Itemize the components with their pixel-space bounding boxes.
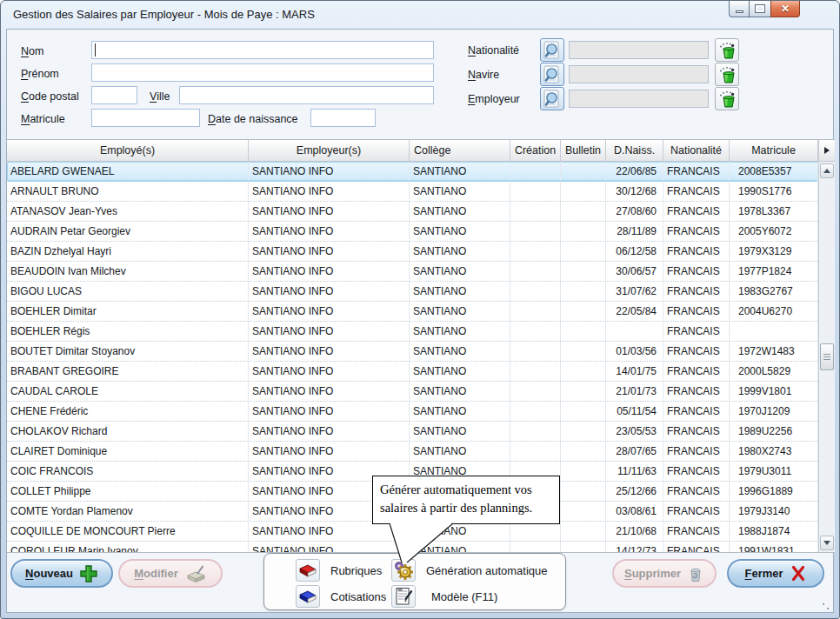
cell-employe: CLAIRET Dominique	[7, 442, 249, 461]
col-header-dnaiss[interactable]: D.Naiss.	[606, 140, 663, 161]
ville-input[interactable]	[179, 86, 434, 104]
cell-creation	[510, 202, 561, 221]
rubriques-button[interactable]	[296, 559, 320, 582]
table-row[interactable]: BRABANT GREGOIRESANTIANO INFOSANTIANO14/…	[7, 362, 818, 382]
table-row[interactable]: COROLLEUR Marin IvanovSANTIANO INFOSANTI…	[7, 542, 818, 552]
table-row[interactable]: BEAUDOIN Ivan MilchevSANTIANO INFOSANTIA…	[7, 262, 818, 282]
employeur-search-button[interactable]	[540, 87, 564, 110]
cell-employe: COLLET Philippe	[7, 482, 249, 501]
cell-nationalite: FRANCAIS	[663, 282, 730, 301]
table-header: Employé(s) Employeur(s) Collège Création…	[7, 140, 818, 162]
cell-dnaiss: 21/10/68	[606, 522, 663, 541]
table-row[interactable]: ARNAULT BRUNOSANTIANO INFOSANTIANO30/12/…	[7, 182, 818, 202]
rubriques-label[interactable]: Rubriques	[330, 564, 382, 577]
date-naissance-input[interactable]	[310, 109, 376, 127]
table-row[interactable]: CHENE FrédéricSANTIANO INFOSANTIANO05/11…	[7, 402, 818, 422]
titlebar[interactable]: Gestion des Salaires par Employeur - Moi…	[1, 1, 839, 29]
col-header-creation[interactable]: Création	[510, 140, 561, 161]
table-row[interactable]: BIGOU LUCASSANTIANO INFOSANTIANO31/07/62…	[7, 282, 818, 302]
search-icon	[543, 65, 561, 84]
navire-search-button[interactable]	[540, 63, 564, 86]
cell-bulletin	[561, 522, 606, 541]
navire-label: Navire	[468, 69, 499, 81]
employeur-clear-button[interactable]	[715, 87, 739, 110]
nom-input[interactable]	[91, 41, 434, 59]
nouveau-button[interactable]: Nouveau	[10, 559, 113, 588]
column-scroll-right-button[interactable]	[819, 140, 835, 162]
cell-creation	[510, 362, 561, 381]
cell-dnaiss: 06/12/58	[606, 242, 663, 261]
cell-nationalite: FRANCAIS	[663, 422, 730, 441]
table-row[interactable]: AUDRAIN Petar GeorgievSANTIANO INFOSANTI…	[7, 222, 818, 242]
cell-employeur: SANTIANO INFO	[249, 282, 410, 301]
cell-college: SANTIANO	[410, 282, 510, 301]
close-button[interactable]: ✕	[770, 1, 800, 17]
cell-bulletin	[561, 442, 606, 461]
cell-matricule: 1989U2256	[730, 422, 818, 441]
col-header-employeur[interactable]: Employeur(s)	[249, 140, 410, 161]
col-header-bulletin[interactable]: Bulletin	[561, 140, 606, 161]
modele-button[interactable]	[391, 585, 416, 608]
cell-employe: BEAUDOIN Ivan Milchev	[7, 262, 249, 281]
nationalite-clear-button[interactable]	[715, 38, 739, 62]
table-row[interactable]: ABELARD GWENAELSANTIANO INFOSANTIANO22/0…	[7, 162, 818, 182]
cell-matricule: 1972W1483	[730, 342, 818, 361]
cell-matricule: 2000L5829	[730, 362, 818, 381]
cell-nationalite: FRANCAIS	[663, 442, 730, 461]
col-header-matricule[interactable]: Matricule	[730, 140, 818, 161]
generation-tooltip: Générer automatiquement vos salaires à p…	[372, 476, 560, 524]
cotisations-label[interactable]: Cotisations	[330, 590, 386, 603]
generation-label[interactable]: Génération automatique	[426, 564, 547, 577]
table-row[interactable]: CHOLAKOV RichardSANTIANO INFOSANTIANO23/…	[7, 422, 818, 442]
col-header-college[interactable]: Collège	[410, 140, 510, 161]
generation-button[interactable]	[391, 559, 416, 582]
table-row[interactable]: CAUDAL CAROLESANTIANO INFOSANTIANO21/01/…	[7, 382, 818, 402]
resize-grip[interactable]	[820, 601, 829, 609]
cell-college: SANTIANO	[410, 262, 510, 281]
col-header-nationalite[interactable]: Nationalité	[663, 140, 730, 161]
table-row[interactable]: BAZIN Dzhelyal HayriSANTIANO INFOSANTIAN…	[7, 242, 818, 262]
table-row[interactable]: BOEHLER DimitarSANTIANO INFOSANTIANO22/0…	[7, 302, 818, 322]
code-postal-input[interactable]	[91, 86, 137, 104]
cell-nationalite: FRANCAIS	[663, 362, 730, 381]
nationalite-search-button[interactable]	[540, 38, 564, 62]
cell-bulletin	[561, 402, 606, 421]
table-row[interactable]: ATANASOV Jean-YvesSANTIANO INFOSANTIANO2…	[7, 202, 818, 222]
cell-bulletin	[561, 302, 606, 321]
supprimer-button[interactable]: Supprimer	[612, 559, 717, 588]
scrollbar-thumb[interactable]	[820, 343, 834, 370]
cell-employeur: SANTIANO INFO	[249, 542, 410, 552]
cell-nationalite: FRANCAIS	[663, 342, 730, 361]
cell-dnaiss: 22/05/84	[606, 302, 663, 321]
table-row[interactable]: COQUILLE DE MONCOURT PierreSANTIANO INFO…	[7, 522, 818, 542]
col-header-employe[interactable]: Employé(s)	[7, 140, 249, 161]
scroll-down-button[interactable]	[820, 536, 834, 550]
cell-dnaiss: 11/11/63	[606, 462, 663, 481]
fermer-button[interactable]: Fermer	[727, 559, 824, 588]
navire-clear-button[interactable]	[715, 63, 739, 86]
cotisations-button[interactable]	[296, 585, 320, 608]
nationalite-value	[569, 41, 709, 59]
modele-label[interactable]: Modèle (F11)	[431, 590, 497, 603]
search-icon	[543, 41, 561, 60]
navire-value	[569, 65, 709, 83]
prenom-input[interactable]	[91, 63, 434, 82]
table-row[interactable]: CLAIRET DominiqueSANTIANO INFOSANTIANO28…	[7, 442, 818, 462]
cell-bulletin	[561, 242, 606, 261]
minimize-button[interactable]	[729, 1, 750, 17]
cell-college: SANTIANO	[410, 162, 510, 181]
cell-bulletin	[561, 342, 606, 361]
modifier-button[interactable]: Modifier	[118, 559, 223, 588]
cell-dnaiss: 03/08/61	[606, 502, 663, 521]
matricule-input[interactable]	[91, 109, 200, 127]
cell-college: SANTIANO	[410, 302, 510, 321]
table-row[interactable]: BOEHLER RégisSANTIANO INFOSANTIANOFRANCA…	[7, 322, 818, 342]
scroll-up-button[interactable]	[820, 163, 834, 178]
cell-employeur: SANTIANO INFO	[249, 222, 410, 241]
app-window: Gestion des Salaires par Employeur - Moi…	[0, 0, 840, 619]
cell-employe: COQUILLE DE MONCOURT Pierre	[7, 522, 249, 541]
cell-matricule: 1996G1889	[730, 482, 818, 501]
maximize-button[interactable]	[750, 1, 770, 17]
maximize-icon	[756, 5, 764, 12]
table-row[interactable]: BOUTET Dimitar StoyanovSANTIANO INFOSANT…	[7, 342, 818, 362]
